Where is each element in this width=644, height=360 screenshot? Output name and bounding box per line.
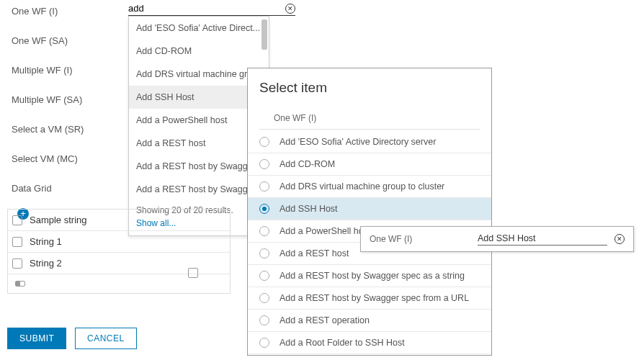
option-row[interactable]: Add a REST host by Swagger spec from a U… (248, 287, 491, 310)
option-row[interactable]: Add a REST host by Swagger spec as a str… (248, 265, 491, 287)
cell: String 1 (30, 236, 62, 247)
option-label: Add CD-ROM (279, 159, 335, 169)
option-label: Add a REST host (279, 248, 349, 258)
radio[interactable] (259, 137, 269, 147)
column-header: Sample string (30, 215, 86, 225)
table-header-row: Sample string (8, 210, 230, 231)
dropdown-item[interactable]: Add 'ESO Sofia' Active Direct... (129, 17, 269, 40)
option-row[interactable]: Add DRS virtual machine group to cluster (248, 176, 491, 198)
cell: String 2 (30, 258, 62, 269)
checkbox[interactable] (12, 258, 22, 269)
sidebar-item-select-vm-sr[interactable]: Select a VM (SR) (7, 118, 115, 140)
radio[interactable] (259, 271, 269, 281)
sidebar-item-multiple-wf-sa[interactable]: Multiple WF (SA) (7, 89, 115, 111)
selection-pill: One WF (I) Add SSH Host ✕ (360, 226, 634, 252)
sidebar-item-multiple-wf-i[interactable]: Multiple WF (I) (7, 59, 115, 81)
cancel-button[interactable]: CANCEL (75, 328, 137, 349)
option-row[interactable]: Add SSH Host (248, 198, 491, 220)
radio[interactable] (259, 204, 269, 214)
search-input[interactable] (128, 1, 285, 15)
option-label: Add a REST operation (279, 315, 370, 325)
dialog-title: Select item (259, 80, 480, 96)
footer-actions: SUBMIT CANCEL (7, 328, 137, 349)
option-row[interactable]: Add a SOAP host (248, 354, 491, 360)
pill-value[interactable]: Add SSH Host (478, 233, 607, 246)
pill-label: One WF (I) (370, 234, 478, 244)
data-grid: Sample string String 1 String 2 (7, 209, 231, 294)
sidebar: One WF (I) One WF (SA) Multiple WF (I) M… (7, 0, 115, 220)
checkbox[interactable] (188, 268, 198, 278)
column-toggle-icon[interactable] (15, 281, 25, 287)
sidebar-item-data-grid[interactable]: Data Grid (7, 177, 115, 199)
dropdown-item[interactable]: Add CD-ROM (129, 40, 269, 63)
sidebar-item-one-wf-sa[interactable]: One WF (SA) (7, 30, 115, 52)
clear-icon[interactable]: ✕ (285, 4, 295, 14)
radio[interactable] (259, 159, 269, 169)
option-label: Add a PowerShell host (279, 226, 370, 236)
checkbox[interactable] (12, 215, 22, 225)
select-item-dialog: Select item One WF (I) Add 'ESO Sofia' A… (247, 68, 492, 356)
option-label: Add SSH Host (279, 204, 338, 214)
radio[interactable] (259, 315, 269, 325)
submit-button[interactable]: SUBMIT (7, 328, 66, 349)
radio[interactable] (259, 338, 269, 348)
option-label: Add a REST host by Swagger spec as a str… (279, 271, 465, 281)
sidebar-item-select-vm-mc[interactable]: Select VM (MC) (7, 148, 115, 170)
radio[interactable] (259, 226, 269, 236)
breadcrumb[interactable]: One WF (I) (259, 107, 480, 130)
option-label: Add 'ESO Sofia' Active Directory server (279, 137, 436, 147)
option-row[interactable]: Add a Root Folder to SSH Host (248, 332, 491, 354)
option-label: Add a Root Folder to SSH Host (279, 338, 405, 348)
search-field: ✕ (128, 1, 295, 16)
option-row[interactable]: Add a REST operation (248, 310, 491, 332)
sidebar-item-one-wf-i[interactable]: One WF (I) (7, 0, 115, 22)
radio[interactable] (259, 181, 269, 192)
scrollbar[interactable] (261, 19, 267, 50)
radio[interactable] (259, 248, 269, 258)
option-label: Add a REST host by Swagger spec from a U… (279, 293, 469, 303)
radio[interactable] (259, 293, 269, 303)
table-row[interactable]: String 1 (8, 231, 230, 253)
clear-icon[interactable]: ✕ (614, 234, 625, 244)
option-row[interactable]: Add CD-ROM (248, 153, 491, 176)
checkbox[interactable] (12, 237, 22, 247)
option-label: Add DRS virtual machine group to cluster (279, 181, 444, 192)
option-row[interactable]: Add 'ESO Sofia' Active Directory server (248, 131, 491, 153)
